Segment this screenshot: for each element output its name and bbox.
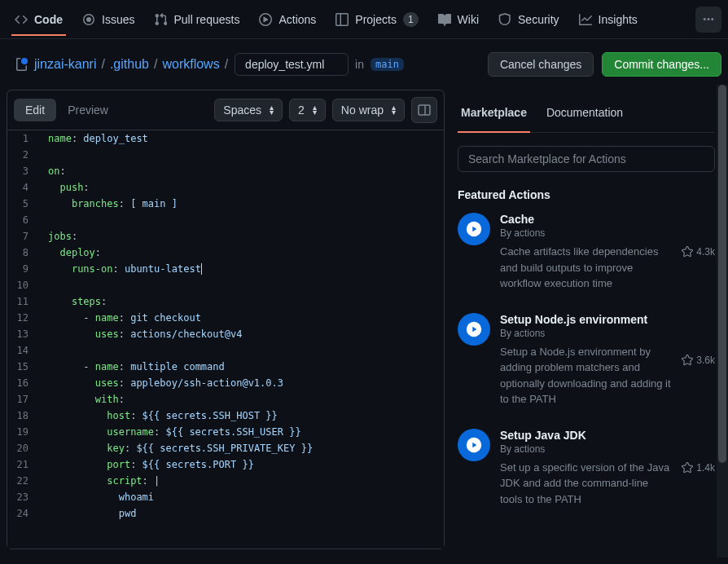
code-line[interactable]: 9 runs-on: ubuntu-latest — [7, 261, 444, 277]
action-stars: 4.3k — [682, 213, 715, 292]
pull-request-icon — [154, 13, 167, 26]
nav-insights[interactable]: Insights — [571, 7, 646, 33]
star-icon — [682, 355, 693, 366]
code-line[interactable]: 1name: deploy_test — [7, 130, 444, 147]
documentation-tab[interactable]: Documentation — [543, 99, 626, 132]
line-number: 10 — [7, 277, 40, 293]
edit-tab[interactable]: Edit — [14, 99, 56, 121]
in-label: in — [355, 58, 364, 71]
nav-wiki-label: Wiki — [458, 13, 479, 26]
code-line[interactable]: 4 push: — [7, 179, 444, 196]
nav-wiki[interactable]: Wiki — [430, 7, 487, 33]
code-line[interactable]: 19 username: ${{ secrets.SSH_USER }} — [7, 424, 444, 440]
star-icon — [682, 246, 693, 258]
line-number: 11 — [7, 293, 40, 310]
code-line[interactable]: 18 host: ${{ secrets.SSH_HOST }} — [7, 408, 444, 424]
line-number: 18 — [7, 408, 40, 424]
nav-actions[interactable]: Actions — [251, 7, 324, 33]
actions-icon — [259, 13, 272, 26]
code-icon — [15, 13, 28, 26]
nav-issues-label: Issues — [102, 13, 134, 26]
line-number: 15 — [7, 359, 40, 375]
file-header: jinzai-kanri / .github / workflows / in … — [0, 39, 728, 90]
code-line[interactable]: 3on: — [7, 163, 444, 179]
indent-mode-select[interactable]: Spaces ▴▾ — [214, 99, 283, 121]
cancel-button[interactable]: Cancel changes — [488, 52, 594, 77]
wiki-icon — [438, 13, 451, 26]
line-number: 3 — [7, 163, 40, 179]
code-line[interactable]: 16 uses: appleboy/ssh-action@v1.0.3 — [7, 375, 444, 391]
code-line[interactable]: 24 pwd — [7, 505, 444, 522]
breadcrumb-workflows[interactable]: workflows — [162, 57, 219, 72]
line-number: 9 — [7, 261, 40, 277]
nav-projects[interactable]: Projects 1 — [327, 6, 426, 33]
line-number: 4 — [7, 179, 40, 196]
code-line[interactable]: 15 - name: multiple command — [7, 359, 444, 375]
marketplace-tab[interactable]: Marketplace — [458, 99, 530, 132]
branch-badge[interactable]: main — [371, 58, 404, 71]
scrollbar[interactable] — [717, 85, 728, 557]
nav-projects-label: Projects — [355, 13, 397, 26]
action-author: By actions — [500, 443, 672, 455]
svg-rect-0 — [419, 105, 430, 115]
star-count: 4.3k — [696, 246, 715, 258]
code-line[interactable]: 6 — [7, 212, 444, 228]
line-number: 16 — [7, 375, 40, 391]
play-circle-icon — [458, 213, 490, 245]
action-description: Setup a Node.js environment by adding pr… — [500, 344, 672, 408]
featured-actions-title: Featured Actions — [458, 188, 715, 201]
panel-icon — [418, 104, 431, 117]
preview-tab[interactable]: Preview — [56, 99, 120, 121]
action-card[interactable]: Setup Node.js environment By actions Set… — [458, 313, 715, 408]
action-card[interactable]: Setup Java JDK By actions Set up a speci… — [458, 429, 715, 508]
star-count: 1.4k — [696, 462, 715, 474]
code-line[interactable]: 10 — [7, 277, 444, 293]
line-number: 2 — [7, 147, 40, 163]
indent-size-select[interactable]: 2 ▴▾ — [289, 99, 326, 121]
code-line[interactable]: 8 deploy: — [7, 245, 444, 261]
line-number: 1 — [7, 130, 40, 147]
line-number: 17 — [7, 391, 40, 408]
code-line[interactable]: 20 key: ${{ secrets.SSH_PRIVATE_KEY }} — [7, 440, 444, 456]
scrollbar-thumb[interactable] — [718, 85, 726, 463]
code-line[interactable]: 11 steps: — [7, 293, 444, 310]
line-number: 12 — [7, 310, 40, 326]
action-description: Set up a specific version of the Java JD… — [500, 460, 672, 508]
line-number: 6 — [7, 212, 40, 228]
play-circle-icon — [458, 429, 490, 461]
issues-icon — [82, 13, 95, 26]
line-number: 13 — [7, 326, 40, 342]
marketplace-search-input[interactable] — [458, 146, 715, 172]
repo-nav: Code Issues Pull requests Actions Projec… — [0, 0, 728, 39]
code-line[interactable]: 5 branches: [ main ] — [7, 196, 444, 212]
nav-security-label: Security — [518, 13, 559, 26]
code-line[interactable]: 12 - name: git checkout — [7, 310, 444, 326]
action-card[interactable]: Cache By actions Cache artifacts like de… — [458, 213, 715, 292]
code-line[interactable]: 21 port: ${{ secrets.PORT }} — [7, 456, 444, 473]
nav-pulls[interactable]: Pull requests — [146, 7, 248, 33]
code-line[interactable]: 17 with: — [7, 391, 444, 408]
nav-code-label: Code — [34, 13, 63, 26]
nav-security[interactable]: Security — [490, 7, 568, 33]
commit-button[interactable]: Commit changes... — [602, 52, 721, 77]
line-number: 22 — [7, 473, 40, 489]
code-editor[interactable]: 1name: deploy_test23on:4 push:5 branches… — [7, 130, 444, 549]
wrap-mode-select[interactable]: No wrap ▴▾ — [332, 99, 405, 121]
code-line[interactable]: 13 uses: actions/checkout@v4 — [7, 326, 444, 342]
nav-issues[interactable]: Issues — [74, 7, 143, 33]
breadcrumb-repo[interactable]: jinzai-kanri — [34, 57, 96, 72]
line-number: 14 — [7, 342, 40, 359]
panel-toggle-button[interactable] — [411, 97, 437, 123]
code-line[interactable]: 22 script: | — [7, 473, 444, 489]
code-line[interactable]: 7jobs: — [7, 228, 444, 245]
more-menu-button[interactable] — [695, 7, 721, 33]
action-title: Setup Node.js environment — [500, 313, 672, 326]
code-line[interactable]: 23 whoami — [7, 489, 444, 505]
nav-code[interactable]: Code — [7, 7, 71, 33]
filename-input[interactable] — [235, 53, 349, 76]
star-icon — [682, 462, 693, 474]
breadcrumb-github[interactable]: .github — [110, 57, 149, 72]
code-line[interactable]: 2 — [7, 147, 444, 163]
line-number: 8 — [7, 245, 40, 261]
code-line[interactable]: 14 — [7, 342, 444, 359]
